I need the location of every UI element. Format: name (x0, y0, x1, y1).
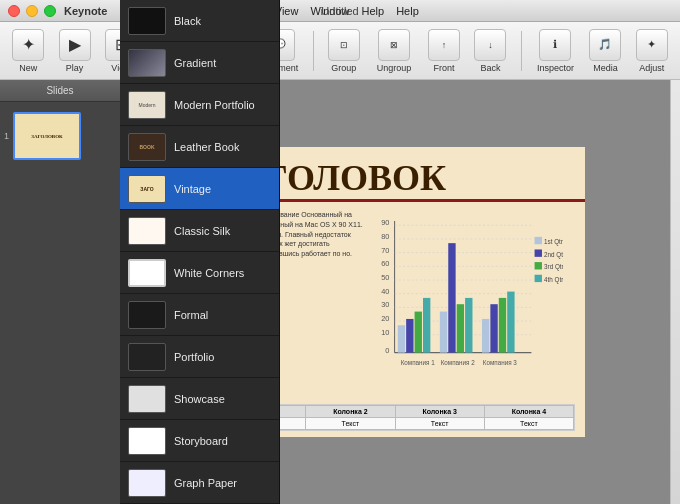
theme-item-storyboard[interactable]: Storyboard (120, 420, 279, 462)
theme-name-white-corners: White Corners (174, 267, 244, 279)
svg-rect-38 (535, 249, 542, 256)
slide-number-label: 1 (4, 131, 9, 141)
theme-thumb-showcase (128, 385, 166, 413)
theme-name-vintage: Vintage (174, 183, 211, 195)
svg-text:70: 70 (381, 246, 389, 255)
theme-item-classic-silk[interactable]: Classic Silk (120, 210, 279, 252)
slides-panel: Slides 1 ЗАГОЛОВОК (0, 80, 120, 504)
close-button[interactable] (8, 5, 20, 17)
svg-rect-31 (499, 298, 506, 353)
col-header-3: Колонка 3 (395, 406, 484, 418)
ungroup-button[interactable]: ⊠ Ungroup (370, 29, 418, 73)
new-button[interactable]: ✦ New (8, 29, 48, 73)
theme-name-gradient: Gradient (174, 57, 216, 69)
media-icon: 🎵 (589, 29, 621, 61)
inspector-panel (670, 80, 680, 504)
title-bar: Keynote File Edit Insert Arrange View Wi… (0, 0, 680, 22)
theme-item-modern-portfolio[interactable]: ModernModern Portfolio (120, 84, 279, 126)
svg-text:Компания 2: Компания 2 (441, 359, 476, 366)
theme-name-modern-portfolio: Modern Portfolio (174, 99, 255, 111)
front-button[interactable]: ↑ Front (424, 29, 464, 73)
col-header-2: Колонка 2 (306, 406, 395, 418)
group-icon: ⊡ (328, 29, 360, 61)
theme-item-black[interactable]: Black (120, 0, 279, 42)
svg-rect-27 (457, 304, 464, 352)
toolbar-separator-3 (521, 31, 522, 71)
svg-rect-42 (535, 275, 542, 282)
svg-rect-26 (448, 243, 455, 352)
cell-1-3: Текст (395, 418, 484, 430)
theme-name-showcase: Showcase (174, 393, 225, 405)
slides-list: 1 ЗАГОЛОВОК (0, 102, 120, 504)
slide-thumbnail-1[interactable]: ЗАГОЛОВОК (13, 112, 81, 160)
play-icon: ▶ (59, 29, 91, 61)
svg-text:90: 90 (381, 218, 389, 227)
inspector-button[interactable]: ℹ Inspector (532, 29, 580, 73)
svg-rect-24 (423, 298, 430, 353)
inspector-icon: ℹ (539, 29, 571, 61)
svg-text:1st Qtr: 1st Qtr (544, 238, 563, 246)
theme-name-black: Black (174, 15, 201, 27)
media-button[interactable]: 🎵 Media (585, 29, 625, 73)
theme-picker[interactable]: BlackGradientModernModern PortfolioBOOKL… (120, 0, 280, 504)
chart-svg: 90 80 70 60 50 40 30 20 10 0 (363, 210, 563, 390)
svg-text:0: 0 (385, 346, 389, 355)
maximize-button[interactable] (44, 5, 56, 17)
cell-1-2: Текст (306, 418, 395, 430)
theme-name-portfolio: Portfolio (174, 351, 214, 363)
theme-item-leather-book[interactable]: BOOKLeather Book (120, 126, 279, 168)
theme-item-graph-paper[interactable]: Graph Paper (120, 462, 279, 504)
svg-text:2nd Qtr: 2nd Qtr (544, 251, 563, 259)
adjust-button[interactable]: ✦ Adjust (632, 29, 672, 73)
svg-text:Компания 1: Компания 1 (401, 359, 436, 366)
window-title: Untitled (321, 5, 358, 17)
menu-help[interactable]: Help (362, 5, 385, 17)
svg-text:50: 50 (381, 273, 389, 282)
minimize-button[interactable] (26, 5, 38, 17)
svg-rect-23 (415, 312, 422, 353)
svg-rect-30 (490, 304, 497, 352)
svg-rect-29 (482, 319, 489, 353)
col-header-4: Колонка 4 (484, 406, 573, 418)
theme-item-vintage[interactable]: ЗАГОVintage (120, 168, 279, 210)
svg-text:3rd Qtr: 3rd Qtr (544, 263, 563, 271)
theme-thumb-modern-portfolio: Modern (128, 91, 166, 119)
app-name: Keynote (64, 5, 107, 17)
theme-item-portfolio[interactable]: Portfolio (120, 336, 279, 378)
theme-thumb-portfolio (128, 343, 166, 371)
theme-item-showcase[interactable]: Showcase (120, 378, 279, 420)
theme-thumb-black (128, 7, 166, 35)
svg-text:80: 80 (381, 232, 389, 241)
svg-rect-40 (535, 262, 542, 269)
new-icon: ✦ (12, 29, 44, 61)
toolbar: ✦ New ▶ Play ⊞ View ⊞ Table 📊 Chart 💬 Co… (0, 22, 680, 80)
svg-text:60: 60 (381, 259, 389, 268)
cell-1-4: Текст (484, 418, 573, 430)
theme-item-white-corners[interactable]: White Corners (120, 252, 279, 294)
theme-thumb-leather-book: BOOK (128, 133, 166, 161)
theme-name-leather-book: Leather Book (174, 141, 239, 153)
traffic-lights (8, 5, 56, 17)
back-button[interactable]: ↓ Back (470, 29, 510, 73)
menu-help2[interactable]: Help (396, 5, 419, 17)
ungroup-icon: ⊠ (378, 29, 410, 61)
main-layout: Slides 1 ЗАГОЛОВОК BlackGradientModernMo… (0, 80, 680, 504)
play-button[interactable]: ▶ Play (54, 29, 94, 73)
svg-text:10: 10 (381, 328, 389, 337)
theme-thumb-storyboard (128, 427, 166, 455)
svg-rect-25 (440, 312, 447, 353)
theme-item-formal[interactable]: Formal (120, 294, 279, 336)
theme-name-storyboard: Storyboard (174, 435, 228, 447)
slides-panel-header: Slides (0, 80, 120, 102)
front-icon: ↑ (428, 29, 460, 61)
theme-item-gradient[interactable]: Gradient (120, 42, 279, 84)
svg-rect-22 (406, 319, 413, 353)
svg-text:4th Qtr: 4th Qtr (544, 276, 563, 284)
theme-name-graph-paper: Graph Paper (174, 477, 237, 489)
svg-rect-21 (398, 325, 405, 352)
svg-rect-28 (465, 298, 472, 353)
back-icon: ↓ (474, 29, 506, 61)
svg-rect-32 (507, 292, 514, 353)
group-button[interactable]: ⊡ Group (324, 29, 364, 73)
theme-thumb-gradient (128, 49, 166, 77)
